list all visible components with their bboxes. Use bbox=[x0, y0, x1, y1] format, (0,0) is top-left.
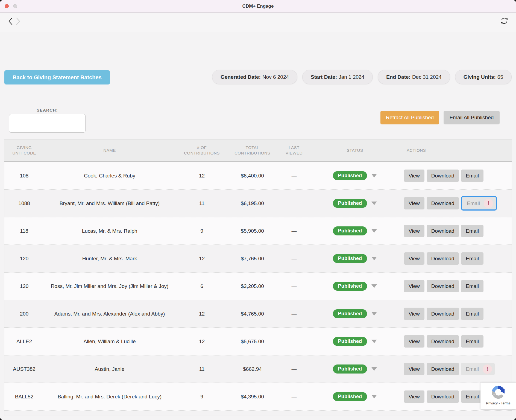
view-button[interactable]: View bbox=[404, 280, 424, 292]
download-button[interactable]: Download bbox=[427, 390, 459, 403]
actions-cell: ViewDownloadEmail! bbox=[398, 196, 512, 211]
download-button-label: Download bbox=[431, 394, 455, 400]
last-viewed-cell: — bbox=[276, 311, 312, 317]
contributions-cell: 11 bbox=[175, 200, 228, 206]
download-button[interactable]: Download bbox=[427, 335, 459, 348]
view-button[interactable]: View bbox=[404, 170, 424, 182]
download-button-label: Download bbox=[431, 366, 455, 372]
download-button[interactable]: Download bbox=[427, 197, 459, 209]
status-dropdown-caret-icon[interactable] bbox=[371, 367, 377, 371]
title-bar: CDM+ Engage bbox=[0, 0, 516, 13]
status-dropdown-caret-icon[interactable] bbox=[371, 174, 377, 177]
retract-all-published-button[interactable]: Retract All Published bbox=[380, 111, 439, 124]
column-header: NAME bbox=[44, 148, 175, 153]
email-button-label: Email bbox=[466, 283, 479, 289]
table-row: 1088Bryant, Mr. and Mrs. William (Bill a… bbox=[4, 190, 512, 217]
status-dropdown-caret-icon[interactable] bbox=[371, 395, 377, 398]
email-button[interactable]: Email bbox=[461, 280, 483, 292]
pill-label: Giving Units: bbox=[464, 74, 496, 80]
email-alert-icon: ! bbox=[484, 199, 493, 208]
contributions-cell: 12 bbox=[175, 256, 228, 262]
refresh-icon[interactable] bbox=[500, 17, 508, 25]
last-viewed-cell: — bbox=[276, 339, 312, 345]
search-input[interactable] bbox=[9, 114, 86, 133]
giving-unit-code-cell: 1088 bbox=[4, 200, 44, 206]
email-button[interactable]: Email! bbox=[462, 197, 496, 209]
column-header-line: ACTIONS bbox=[407, 148, 426, 153]
total-contributions-cell: $7,765.00 bbox=[228, 256, 276, 262]
download-button[interactable]: Download bbox=[427, 280, 459, 292]
email-button[interactable]: Email bbox=[461, 225, 483, 237]
download-button[interactable]: Download bbox=[427, 363, 459, 375]
email-button: Email! bbox=[461, 363, 495, 375]
total-contributions-cell: $5,905.00 bbox=[228, 228, 276, 234]
actions-cell: ViewDownloadEmail bbox=[398, 308, 512, 320]
email-button[interactable]: Email bbox=[461, 308, 483, 320]
status-dropdown-caret-icon[interactable] bbox=[371, 257, 377, 260]
contributions-cell: 11 bbox=[175, 366, 228, 372]
view-button-label: View bbox=[409, 200, 420, 206]
view-button[interactable]: View bbox=[404, 252, 424, 265]
email-all-published-button[interactable]: Email All Published bbox=[444, 111, 500, 124]
column-header-line: NAME bbox=[103, 148, 116, 153]
nav-bar bbox=[0, 13, 516, 32]
download-button[interactable]: Download bbox=[427, 308, 459, 320]
column-header: # OFCONTRIBUTIONS bbox=[175, 145, 228, 156]
name-cell: Ross, Mr. Jim Miller and Mrs. Joy (Jim M… bbox=[44, 283, 175, 289]
table-row: 118Lucas, Mr. & Mrs. Ralph9$5,905.00—Pub… bbox=[4, 217, 512, 245]
total-contributions-cell: $4,395.00 bbox=[228, 394, 276, 400]
email-button[interactable]: Email bbox=[461, 390, 483, 403]
view-button[interactable]: View bbox=[404, 390, 424, 403]
close-window-button[interactable] bbox=[5, 4, 9, 8]
download-button[interactable]: Download bbox=[427, 252, 459, 265]
column-header-line: CONTRIBUTIONS bbox=[184, 150, 220, 156]
status-dropdown-caret-icon[interactable] bbox=[371, 340, 377, 343]
pill-value: 65 bbox=[497, 74, 503, 80]
view-button-label: View bbox=[409, 311, 420, 317]
view-button[interactable]: View bbox=[404, 197, 424, 209]
app-window: CDM+ Engage Back to Giving Statement Bat… bbox=[0, 0, 516, 420]
view-button-label: View bbox=[409, 394, 420, 400]
name-cell: Adams, Mr. and Mrs. Alexander (Alex and … bbox=[44, 311, 175, 317]
back-to-batches-button[interactable]: Back to Giving Statement Batches bbox=[4, 70, 110, 84]
status-badge: Published bbox=[333, 171, 367, 180]
email-button[interactable]: Email bbox=[461, 252, 483, 265]
view-button[interactable]: View bbox=[404, 308, 424, 320]
pill-label: End Date: bbox=[386, 74, 411, 80]
recaptcha-privacy-terms[interactable]: Privacy - Terms bbox=[486, 401, 510, 405]
status-badge: Published bbox=[333, 282, 367, 291]
status-dropdown-caret-icon[interactable] bbox=[371, 229, 377, 233]
view-button[interactable]: View bbox=[404, 335, 424, 348]
column-header: TOTALCONTRIBUTIONS bbox=[228, 145, 276, 156]
view-button-label: View bbox=[409, 339, 420, 345]
status-dropdown-caret-icon[interactable] bbox=[371, 202, 377, 205]
pill-label: Generated Date: bbox=[221, 74, 261, 80]
download-button[interactable]: Download bbox=[427, 170, 459, 182]
email-button-label: Email bbox=[466, 173, 479, 179]
email-button[interactable]: Email bbox=[461, 170, 483, 182]
download-button-label: Download bbox=[431, 311, 455, 317]
view-button[interactable]: View bbox=[404, 363, 424, 375]
email-button[interactable]: Email bbox=[461, 335, 483, 348]
view-button-label: View bbox=[409, 366, 420, 372]
back-arrow-icon[interactable] bbox=[8, 17, 13, 25]
status-cell: Published bbox=[312, 337, 398, 346]
giving-unit-code-cell: ALLE2 bbox=[4, 339, 44, 345]
actions-cell: ViewDownloadEmail bbox=[398, 225, 512, 237]
table-row: 108Cook, Charles & Ruby12$6,400.00—Publi… bbox=[4, 162, 512, 190]
table-row: AUST382Austin, Janie11$662.94—PublishedV… bbox=[4, 355, 512, 383]
pill-label: Start Date: bbox=[311, 74, 337, 80]
batch-info-pill: Generated Date:Nov 6 2024 bbox=[212, 70, 297, 84]
email-alert-icon: ! bbox=[483, 364, 492, 374]
status-dropdown-caret-icon[interactable] bbox=[371, 284, 377, 288]
table-row: 120Hunter, Mr. & Mrs. Mark12$7,765.00—Pu… bbox=[4, 245, 512, 273]
name-cell: Balling, Mr. and Mrs. Derek (Derek and L… bbox=[44, 394, 175, 400]
recaptcha-badge[interactable]: Privacy - Terms bbox=[480, 383, 516, 409]
table-row: ALLE2Allen, William & Lucille12$5,675.00… bbox=[4, 328, 512, 355]
pill-value: Jan 1 2024 bbox=[339, 74, 364, 80]
status-dropdown-caret-icon[interactable] bbox=[371, 312, 377, 316]
last-viewed-cell: — bbox=[276, 256, 312, 262]
view-button[interactable]: View bbox=[404, 225, 424, 237]
download-button[interactable]: Download bbox=[427, 225, 459, 237]
view-button-label: View bbox=[409, 256, 420, 262]
